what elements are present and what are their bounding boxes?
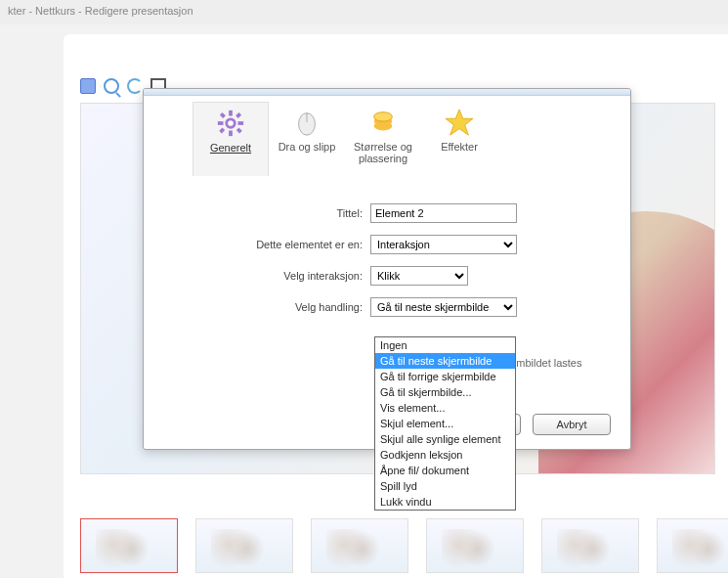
svg-rect-2 bbox=[229, 131, 233, 137]
tab-label: Generelt bbox=[197, 142, 264, 154]
tab-size-position[interactable]: Størrelse og plassering bbox=[345, 102, 421, 176]
slide-thumbnail-5[interactable] bbox=[541, 518, 639, 573]
star-icon bbox=[445, 108, 474, 137]
svg-rect-7 bbox=[236, 112, 241, 118]
action-dropdown-list: IngenGå til neste skjermbildeGå til forr… bbox=[374, 336, 516, 511]
svg-rect-1 bbox=[229, 111, 233, 116]
window-title: kter - Nettkurs - Redigere presentasjon bbox=[0, 0, 728, 24]
interaction-select[interactable]: Klikk bbox=[370, 266, 468, 286]
svg-rect-6 bbox=[236, 127, 242, 133]
tab-label: Dra og slipp bbox=[273, 141, 341, 153]
dropdown-option[interactable]: Vis element... bbox=[375, 400, 515, 416]
svg-point-14 bbox=[374, 112, 393, 121]
title-input[interactable] bbox=[370, 203, 517, 223]
slide-thumbnail-3[interactable] bbox=[311, 518, 408, 573]
slide-thumbnail-6[interactable] bbox=[657, 518, 728, 573]
tab-label: Størrelse og plassering bbox=[349, 141, 417, 164]
save-icon[interactable] bbox=[80, 78, 96, 94]
gear-icon bbox=[216, 109, 245, 138]
coins-icon bbox=[368, 108, 398, 137]
dropdown-option[interactable]: Spill lyd bbox=[375, 478, 515, 494]
dropdown-option[interactable]: Godkjenn leksjon bbox=[375, 447, 515, 463]
tab-effects[interactable]: Effekter bbox=[421, 102, 497, 176]
dropdown-option[interactable]: Gå til skjermbilde... bbox=[375, 384, 515, 400]
element-type-label: Dette elementet er en: bbox=[202, 239, 370, 250]
element-type-select[interactable]: Interaksjon bbox=[370, 235, 517, 254]
tab-general[interactable]: Generelt bbox=[193, 102, 269, 176]
dropdown-option[interactable]: Skjul alle synlige element bbox=[375, 431, 515, 447]
svg-rect-5 bbox=[220, 112, 226, 118]
action-label: Velg handling: bbox=[202, 301, 370, 313]
slide-thumbnail-1[interactable] bbox=[80, 518, 178, 573]
dropdown-option[interactable]: Åpne fil/ dokument bbox=[375, 463, 515, 478]
dropdown-option[interactable]: Gå til forrige skjermbilde bbox=[375, 369, 515, 384]
interaction-label: Velg interaksjon: bbox=[202, 270, 370, 282]
zoom-icon[interactable] bbox=[104, 78, 119, 94]
cancel-button[interactable]: Avbryt bbox=[533, 414, 611, 435]
form: Tittel: Dette elementet er en: Interaksj… bbox=[144, 176, 630, 338]
action-select[interactable]: Gå til neste skjermbilde bbox=[370, 297, 517, 317]
dialog-tabs: Generelt Dra og slipp Størrelse og plass… bbox=[144, 96, 630, 176]
dropdown-option[interactable]: Ingen bbox=[375, 337, 515, 353]
undo-icon[interactable] bbox=[127, 78, 143, 94]
svg-rect-4 bbox=[238, 121, 244, 125]
svg-rect-8 bbox=[219, 127, 225, 133]
svg-rect-3 bbox=[218, 121, 224, 125]
mouse-icon bbox=[292, 108, 321, 137]
slide-thumbnail-4[interactable] bbox=[426, 518, 524, 573]
slide-thumbnails bbox=[80, 518, 728, 573]
title-label: Tittel: bbox=[202, 207, 370, 219]
dropdown-option[interactable]: Skjul element... bbox=[375, 416, 515, 431]
dropdown-option[interactable]: Gå til neste skjermbilde bbox=[375, 353, 515, 369]
dropdown-option[interactable]: Lukk vindu bbox=[375, 494, 515, 510]
tab-label: Effekter bbox=[425, 141, 493, 153]
svg-point-9 bbox=[228, 120, 234, 126]
svg-marker-15 bbox=[446, 110, 473, 135]
slide-thumbnail-2[interactable] bbox=[195, 518, 293, 573]
dialog-header bbox=[144, 89, 630, 96]
tab-drag-drop[interactable]: Dra og slipp bbox=[269, 102, 345, 176]
